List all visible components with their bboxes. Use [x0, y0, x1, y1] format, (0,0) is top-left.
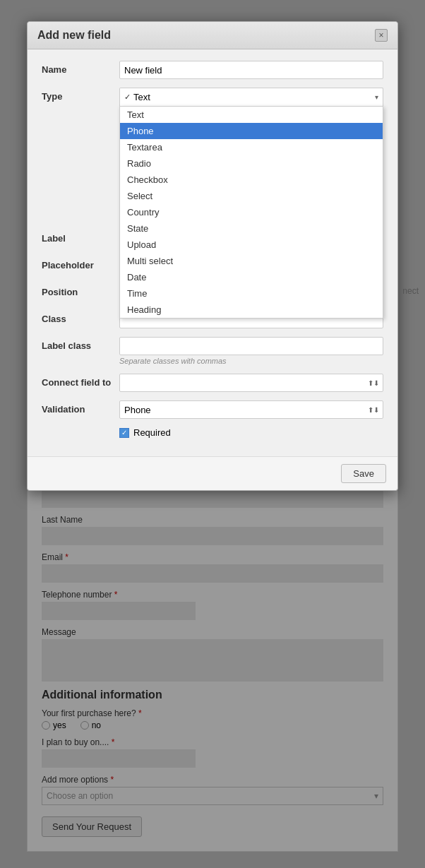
dropdown-item-checkbox[interactable]: Checkbox: [120, 172, 383, 188]
connect-select-wrapper: ⬆⬇: [119, 374, 383, 392]
label-label: Label: [42, 230, 119, 244]
placeholder-label: Placeholder: [42, 256, 119, 270]
add-field-modal: Add new field × Name Type ✓ Text ▾ Text: [27, 21, 398, 491]
validation-select-wrapper: Phone ⬆⬇: [119, 400, 383, 419]
type-label: Type: [42, 88, 119, 102]
label-class-input[interactable]: [119, 337, 383, 355]
dropdown-item-phone[interactable]: Phone: [120, 123, 383, 139]
required-row: Required: [119, 427, 383, 438]
label-class-hint: Separate classes with commas: [119, 357, 227, 365]
connect-select[interactable]: [119, 374, 383, 392]
modal-header: Add new field ×: [28, 22, 397, 49]
class-label: Class: [42, 310, 119, 324]
dropdown-item-time[interactable]: Time: [120, 285, 383, 302]
position-hint: nect: [402, 286, 419, 296]
modal-title: Add new field: [37, 29, 111, 42]
type-dropdown-list: Text Phone Textarea Radio Checkbox Selec…: [119, 106, 383, 319]
connect-label: Connect field to: [42, 374, 119, 389]
dropdown-item-textarea[interactable]: Textarea: [120, 139, 383, 155]
required-checkbox[interactable]: [119, 428, 129, 438]
modal-body: Name Type ✓ Text ▾ Text Phone Textarea R…: [28, 49, 397, 456]
dropdown-item-multiselect[interactable]: Multi select: [120, 253, 383, 269]
label-class-label: Label class: [42, 337, 119, 355]
dropdown-item-text[interactable]: Text: [120, 107, 383, 123]
validation-row: Validation Phone ⬆⬇: [42, 400, 383, 419]
modal-footer: Save: [28, 456, 397, 490]
type-dropdown-arrow-icon: ▾: [375, 93, 378, 101]
type-dropdown[interactable]: ✓ Text ▾ Text Phone Textarea Radio Check…: [119, 88, 383, 106]
validation-label: Validation: [42, 400, 119, 415]
name-label: Name: [42, 61, 119, 75]
name-input[interactable]: [119, 61, 383, 79]
type-selected-value: Text: [133, 92, 150, 102]
close-button[interactable]: ×: [375, 29, 388, 42]
connect-row: Connect field to ⬆⬇: [42, 374, 383, 392]
check-icon: ✓: [124, 93, 131, 102]
required-label: Required: [133, 427, 171, 438]
dropdown-item-heading[interactable]: Heading: [120, 302, 383, 318]
dropdown-item-country[interactable]: Country: [120, 204, 383, 220]
save-button[interactable]: Save: [341, 464, 386, 483]
dropdown-item-select[interactable]: Select: [120, 188, 383, 204]
type-row: Type ✓ Text ▾ Text Phone Textarea Radio …: [42, 88, 383, 106]
dropdown-item-date[interactable]: Date: [120, 269, 383, 285]
name-row: Name: [42, 61, 383, 79]
position-label: Position: [42, 283, 119, 297]
label-class-row: Label class Separate classes with commas: [42, 337, 383, 365]
dropdown-item-upload[interactable]: Upload: [120, 237, 383, 253]
dropdown-item-radio[interactable]: Radio: [120, 155, 383, 172]
type-selected-display[interactable]: ✓ Text ▾: [119, 88, 383, 106]
dropdown-item-state[interactable]: State: [120, 220, 383, 237]
validation-select[interactable]: Phone: [119, 400, 383, 419]
